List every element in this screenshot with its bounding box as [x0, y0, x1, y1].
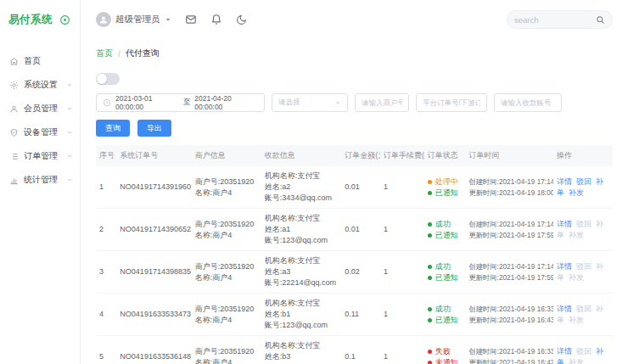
sidebar-nav: 首页 系统设置 会员管理 设备管理 订单管理 统计管理	[0, 39, 80, 192]
status-badge: 已通知	[428, 230, 463, 241]
top-bar: 超级管理员	[81, 0, 628, 39]
cell-line: 账号:123@qq.com	[265, 235, 338, 246]
sidebar-item-orders[interactable]: 订单管理	[0, 144, 80, 168]
date-end-value: 2021-04-20 00:00:00	[194, 94, 258, 111]
row-index: 2	[96, 209, 116, 251]
action-link[interactable]: 详情	[557, 220, 572, 228]
collapse-sidebar-icon[interactable]	[59, 14, 70, 25]
chevron-down-icon	[334, 99, 341, 106]
cell-line: 商户号:20351920	[195, 219, 258, 230]
mail-icon[interactable]	[185, 14, 197, 25]
moon-icon[interactable]	[236, 14, 247, 25]
order-fee: 1	[380, 166, 424, 209]
breadcrumb-home[interactable]: 首页	[96, 48, 113, 59]
sidebar-item-label: 系统设置	[24, 79, 61, 91]
cell-line: 名称:商户4	[195, 315, 258, 326]
table-row: 1 NO04191714391960 商户号:20351920名称:商户4 机构…	[96, 166, 613, 209]
action-link[interactable]: 详情	[557, 305, 572, 313]
order-no-input[interactable]	[416, 93, 487, 112]
account-input[interactable]	[494, 93, 562, 112]
app-title: 易付系统	[8, 13, 53, 27]
channel-select-placeholder: 请选择	[278, 98, 300, 108]
sidebar-item-members[interactable]: 会员管理	[0, 97, 80, 120]
list-icon	[9, 152, 19, 161]
cell-line: 账号:22214@qq.com	[265, 277, 338, 288]
user-menu[interactable]: 超级管理员	[96, 12, 171, 27]
status-badge: 成功	[428, 261, 463, 272]
order-status: 成功已通知	[424, 251, 466, 294]
cell-line: 更新时间:2021-04-19 17:59:53	[468, 272, 550, 283]
sidebar-item-stats[interactable]: 统计管理	[0, 168, 80, 192]
column-header: 收款信息	[261, 145, 341, 166]
status-dot-icon	[428, 361, 432, 364]
date-range-picker[interactable]: 2021-03-01 00:00:00 至 2021-04-20 00:00:0…	[96, 93, 265, 112]
sidebar-item-settings[interactable]: 系统设置	[0, 73, 80, 97]
status-badge: 失败	[428, 346, 463, 357]
cell-line: 姓名:a2	[265, 182, 338, 193]
action-link[interactable]: 详情	[557, 347, 572, 356]
action-link: 补发	[569, 273, 584, 282]
status-dot-icon	[428, 276, 432, 280]
row-index: 1	[96, 166, 116, 209]
cell-line: 机构名称:支付宝	[265, 171, 338, 182]
merchant-info: 商户号:20351920名称:商户4	[192, 294, 261, 336]
order-times: 创建时间:2021-04-19 17:14:39更新时间:2021-04-19 …	[465, 251, 553, 294]
action-link[interactable]: 详情	[557, 262, 572, 271]
action-link[interactable]: 详情	[557, 177, 572, 186]
status-dot-icon	[428, 233, 432, 238]
order-number: NO04191714398835	[116, 251, 191, 294]
merchant-no-input[interactable]	[355, 93, 409, 112]
table-header-row: 序号系统订单号商户信息收款信息订单金额(元)订单手续费(元)订单状态订单时间操作	[96, 145, 613, 166]
sidebar-item-home[interactable]: 首页	[0, 49, 80, 73]
search-input[interactable]	[514, 15, 591, 25]
action-link: 驳回	[576, 305, 592, 313]
cell-line: 机构名称:支付宝	[265, 340, 338, 351]
order-number: NO04191714391960	[116, 166, 191, 209]
chart-icon	[9, 176, 19, 185]
chevron-down-icon	[66, 153, 73, 160]
status-badge: 已通知	[428, 315, 463, 326]
orders-table: 序号系统订单号商户信息收款信息订单金额(元)订单手续费(元)订单状态订单时间操作…	[96, 145, 613, 364]
order-status: 成功已通知	[424, 294, 466, 336]
export-button[interactable]: 导出	[137, 120, 171, 137]
action-link[interactable]: 驳回	[576, 177, 592, 186]
cell-line: 机构名称:支付宝	[265, 298, 338, 309]
clock-icon	[103, 98, 111, 107]
date-start-value: 2021-03-01 00:00:00	[115, 94, 179, 111]
search-icon[interactable]	[596, 15, 605, 25]
channel-select[interactable]: 请选择	[272, 93, 348, 112]
order-number: NO04191633533473	[116, 294, 191, 336]
cell-line: 名称:商户4	[195, 272, 258, 283]
cell-line: 更新时间:2021-04-19 16:43:02	[468, 315, 550, 326]
order-number: NO04191633536148	[116, 336, 191, 364]
sidebar-item-label: 统计管理	[24, 174, 61, 186]
sidebar-item-devices[interactable]: 设备管理	[0, 120, 80, 144]
status-dot-icon	[428, 350, 432, 354]
merchant-info: 商户号:20351920名称:商户4	[192, 209, 261, 251]
payee-info: 机构名称:支付宝姓名:b1账号:123@qq.com	[261, 294, 341, 336]
bell-icon[interactable]	[210, 14, 222, 25]
order-amount: 0.02	[341, 251, 380, 294]
table-row: 2 NO04191714390652 商户号:20351920名称:商户4 机构…	[96, 209, 613, 251]
action-link: 驳回	[576, 262, 592, 271]
cell-line: 更新时间:2021-04-19 18:00:44	[468, 188, 550, 199]
filter-toggle[interactable]	[96, 73, 120, 85]
order-fee: 1	[380, 251, 424, 294]
status-label: 已通知	[435, 315, 458, 326]
status-dot-icon	[428, 180, 432, 184]
logo-row: 易付系统	[0, 0, 80, 39]
status-dot-icon	[428, 222, 432, 227]
cell-line: 创建时间:2021-04-19 16:33:53	[468, 346, 550, 357]
column-header: 订单时间	[465, 145, 553, 166]
status-dot-icon	[428, 191, 432, 195]
row-index: 4	[96, 294, 116, 336]
column-header: 系统订单号	[116, 145, 191, 166]
avatar	[96, 12, 111, 27]
action-link: 驳回	[576, 347, 592, 356]
status-label: 处理中	[435, 176, 458, 188]
row-actions: 详情驳回补单补发	[553, 166, 613, 209]
query-button[interactable]: 查询	[96, 120, 130, 137]
action-link[interactable]: 补发	[569, 188, 584, 197]
cell-line: 商户号:20351920	[195, 261, 258, 272]
cell-line: 更新时间:2021-04-19 16:42:44	[468, 357, 550, 364]
